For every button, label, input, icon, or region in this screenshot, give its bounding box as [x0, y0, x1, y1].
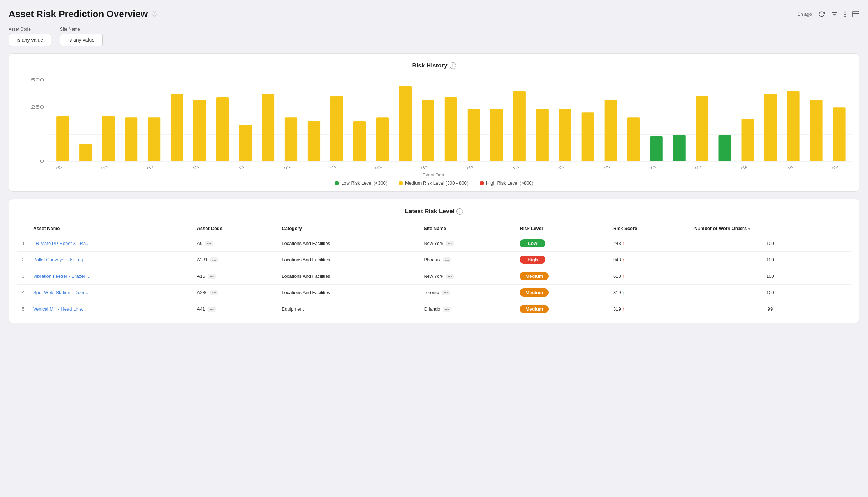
- risk-history-chart: 500 250 0 2023-02-012023-02-052023-02-09…: [17, 76, 851, 169]
- legend-high: High Risk Level (>800): [480, 180, 533, 186]
- chart-svg: 500 250 0 2023-02-012023-02-052023-02-09…: [17, 76, 851, 169]
- risk-score-cell: 319 ↑: [609, 285, 690, 301]
- site-name-tag[interactable]: •••: [446, 274, 454, 279]
- asset-code-tag[interactable]: •••: [210, 290, 218, 295]
- svg-rect-47: [536, 109, 549, 161]
- svg-text:2023-02-17: 2023-02-17: [219, 165, 246, 169]
- svg-rect-20: [125, 117, 137, 161]
- svg-rect-41: [445, 97, 457, 161]
- risk-trend-icon: ↑: [622, 290, 625, 295]
- svg-text:2023-02-01: 2023-02-01: [37, 165, 64, 169]
- asset-link[interactable]: Vertical Mill - Head Line...: [33, 306, 86, 312]
- site-name-tag[interactable]: •••: [442, 290, 450, 295]
- asset-code-tag[interactable]: •••: [205, 241, 213, 246]
- legend-medium-label: Medium Risk Level (300 - 800): [405, 180, 468, 186]
- asset-link[interactable]: Spot Weld Station - Door ...: [33, 290, 90, 295]
- svg-rect-56: [673, 135, 686, 161]
- svg-text:2023-03-21: 2023-03-21: [585, 165, 612, 169]
- more-options-icon[interactable]: [844, 11, 846, 17]
- site-name-cell: New York •••: [419, 235, 515, 252]
- svg-rect-66: [833, 107, 845, 161]
- table-row: 3 Vibration Feeder - Brazer ... A15 ••• …: [17, 268, 851, 285]
- risk-level-badge: Medium: [520, 288, 549, 297]
- svg-rect-48: [559, 109, 571, 161]
- risk-score-cell: 319 ↑: [609, 301, 690, 317]
- category-cell: Locations And Facilities: [277, 268, 419, 285]
- risk-score-value: 319: [613, 306, 621, 312]
- site-name-tag[interactable]: •••: [446, 241, 454, 246]
- site-name-tag[interactable]: •••: [443, 307, 451, 312]
- legend-low-label: Low Risk Level (<300): [341, 180, 387, 186]
- svg-rect-18: [102, 116, 115, 161]
- asset-code-tag[interactable]: •••: [208, 274, 216, 279]
- col-num: [17, 222, 29, 235]
- risk-score-value: 319: [613, 290, 621, 295]
- risk-level-badge: Low: [520, 239, 545, 247]
- svg-rect-65: [810, 100, 822, 161]
- sort-icon[interactable]: ▾: [748, 226, 750, 231]
- table-row: 5 Vertical Mill - Head Line... A41 ••• E…: [17, 301, 851, 317]
- svg-text:2023-04-02: 2023-04-02: [722, 165, 749, 169]
- svg-rect-6: [853, 11, 859, 17]
- svg-rect-57: [696, 96, 708, 161]
- risk-score-value: 943: [613, 257, 621, 262]
- x-axis-label: Event Date: [17, 172, 851, 177]
- refresh-icon[interactable]: [818, 11, 825, 17]
- asset-code-tag[interactable]: •••: [210, 257, 218, 262]
- asset-code-cell: A236 •••: [192, 285, 277, 301]
- panel-icon[interactable]: [852, 11, 859, 17]
- svg-text:2023-03-09: 2023-03-09: [448, 165, 475, 169]
- row-num: 4: [17, 285, 29, 301]
- svg-rect-33: [330, 96, 343, 161]
- risk-level-badge: High: [520, 256, 545, 264]
- asset-name-cell: Vertical Mill - Head Line...: [29, 301, 192, 317]
- risk-score-value: 613: [613, 273, 621, 279]
- category-cell: Locations And Facilities: [277, 285, 419, 301]
- svg-rect-38: [399, 86, 412, 161]
- risk-level-cell: Medium: [515, 301, 609, 317]
- chart-legend: Low Risk Level (<300) Medium Risk Level …: [17, 180, 851, 186]
- category-cell: Locations And Facilities: [277, 252, 419, 268]
- row-num: 1: [17, 235, 29, 252]
- favorite-icon[interactable]: ♡: [151, 10, 158, 19]
- site-name-label: Site Name: [60, 27, 103, 32]
- asset-code-tag[interactable]: •••: [208, 307, 216, 312]
- asset-name-cell: Vibration Feeder - Brazer ...: [29, 268, 192, 285]
- risk-history-info-icon[interactable]: i: [450, 62, 456, 69]
- svg-rect-39: [422, 100, 434, 161]
- svg-rect-30: [285, 117, 297, 161]
- table-row: 4 Spot Weld Station - Door ... A236 ••• …: [17, 285, 851, 301]
- col-asset-name: Asset Name: [29, 222, 192, 235]
- svg-text:2023-02-05: 2023-02-05: [82, 165, 109, 169]
- site-name-tag[interactable]: •••: [443, 257, 451, 262]
- last-updated: 1h ago: [798, 11, 812, 17]
- risk-trend-icon: ↑: [622, 257, 625, 262]
- asset-link[interactable]: Vibration Feeder - Brazer ...: [33, 273, 90, 279]
- svg-rect-42: [468, 109, 480, 161]
- asset-code-cell: A281 •••: [192, 252, 277, 268]
- risk-level-badge: Medium: [520, 305, 549, 313]
- asset-link[interactable]: LR Mate PP Robot 3 - Ra...: [33, 241, 90, 246]
- risk-score-cell: 243 ↑: [609, 235, 690, 252]
- svg-rect-24: [193, 100, 206, 161]
- site-name-button[interactable]: is any value: [60, 34, 103, 46]
- risk-table-wrapper: Asset Name Asset Code Category Site Name…: [17, 222, 851, 317]
- asset-code-button[interactable]: is any value: [9, 34, 51, 46]
- filter-icon[interactable]: [831, 11, 838, 17]
- latest-risk-info-icon[interactable]: i: [456, 208, 463, 215]
- svg-text:2023-03-13: 2023-03-13: [494, 165, 520, 169]
- svg-text:500: 500: [31, 77, 44, 82]
- svg-rect-35: [353, 121, 366, 161]
- table-row: 2 Pallet Conveyor - Kitting ... A281 •••…: [17, 252, 851, 268]
- svg-rect-60: [741, 119, 754, 161]
- svg-rect-45: [513, 91, 526, 161]
- work-orders-cell: 99: [690, 301, 851, 317]
- legend-medium-dot: [399, 181, 403, 185]
- risk-level-cell: Low: [515, 235, 609, 252]
- svg-rect-51: [605, 100, 617, 161]
- asset-link[interactable]: Pallet Conveyor - Kitting ...: [33, 257, 88, 262]
- site-name-cell: Orlando •••: [419, 301, 515, 317]
- svg-rect-63: [787, 91, 799, 161]
- svg-text:0: 0: [40, 159, 44, 164]
- risk-history-title: Risk History i: [17, 62, 851, 69]
